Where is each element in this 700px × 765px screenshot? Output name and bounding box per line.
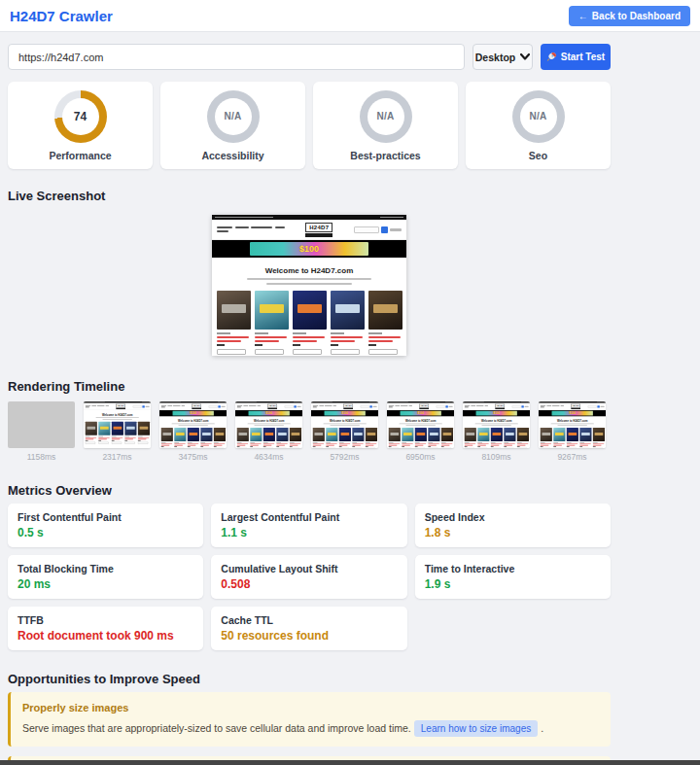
mini-logo: H24D7 bbox=[305, 223, 332, 237]
metric-label: Cumulative Layout Shift bbox=[221, 563, 397, 574]
mini-product-card bbox=[313, 428, 325, 448]
metric-label: First Contentful Paint bbox=[18, 511, 193, 523]
mini-category-line bbox=[331, 332, 344, 334]
mini-price-line bbox=[504, 446, 507, 447]
mini-logo: H24D7 bbox=[419, 404, 429, 409]
timeline-thumbnail: H24D7Welcome to H24D7.com bbox=[84, 401, 151, 448]
mini-logo-tagline bbox=[571, 407, 580, 408]
mini-book-cover bbox=[124, 422, 136, 435]
mini-language-select bbox=[525, 406, 529, 407]
mini-price-line bbox=[491, 446, 494, 447]
device-select[interactable]: Desktop bbox=[472, 44, 533, 70]
mini-book-cover bbox=[161, 428, 173, 441]
timeline-frame: H24D7$100Welcome to H24D7.com6950ms bbox=[387, 401, 454, 462]
mini-buy-button bbox=[368, 349, 398, 355]
timeline-frame: H24D7Welcome to H24D7.com2317ms bbox=[84, 401, 151, 462]
mini-cover-accent bbox=[163, 433, 172, 435]
mini-book-cover bbox=[352, 428, 364, 441]
mini-product-card bbox=[188, 428, 199, 448]
mini-book-cover bbox=[415, 428, 427, 441]
learn-more-button[interactable]: Learn how to size images bbox=[414, 720, 538, 737]
mini-webpage-preview: H24D7$100Welcome to H24D7.com bbox=[463, 401, 530, 448]
mini-language-select bbox=[222, 406, 226, 407]
mini-nav-row bbox=[541, 407, 564, 408]
opportunities-list: Properly size imagesServe images that ar… bbox=[8, 692, 611, 765]
mini-nav-menu bbox=[541, 405, 564, 407]
page-title: H24D7 Crawler bbox=[10, 8, 113, 24]
mini-book-cover bbox=[255, 291, 289, 330]
mini-product-card bbox=[428, 428, 439, 448]
mini-webpage-preview: H24D7Welcome to H24D7.com bbox=[84, 401, 151, 448]
timeline-frame: H24D7$100Welcome to H24D7.com9267ms bbox=[539, 401, 606, 462]
mini-title-line bbox=[217, 340, 241, 342]
score-ring: 74 bbox=[54, 90, 107, 143]
mini-cover-accent bbox=[391, 433, 400, 435]
mini-title-line bbox=[217, 336, 249, 338]
timeline-timestamp: 9267ms bbox=[539, 452, 606, 462]
mini-search-input bbox=[437, 405, 445, 407]
mini-price-line bbox=[138, 440, 141, 441]
mini-cover-accent bbox=[443, 433, 452, 435]
mini-subtitle-line bbox=[171, 424, 214, 425]
mini-logo-tagline bbox=[267, 407, 277, 408]
back-to-dashboard-button[interactable]: ← Back to Dashboard bbox=[569, 6, 690, 26]
mini-webpage-preview: H24D7$100Welcome to H24D7.com bbox=[212, 215, 406, 356]
mini-product-card bbox=[477, 428, 489, 448]
mini-topbar-text bbox=[464, 402, 484, 403]
mini-cover-accent bbox=[354, 433, 363, 435]
section-opportunities-heading: Opportunities to Improve Speed bbox=[8, 672, 611, 686]
timeline-thumbnail: H24D7$100Welcome to H24D7.com bbox=[235, 401, 302, 448]
mini-buy-button bbox=[124, 441, 134, 443]
mini-price-line bbox=[112, 440, 115, 441]
mini-buy-button bbox=[255, 349, 284, 355]
mini-search-input bbox=[588, 405, 597, 407]
mini-nav-menu bbox=[313, 405, 336, 407]
metric-card: Largest Contentful Paint1.1 s bbox=[211, 504, 406, 547]
mini-nav-menu bbox=[465, 405, 488, 407]
mini-search-icon bbox=[445, 405, 447, 407]
mini-book-cover bbox=[541, 428, 552, 441]
metric-label: Time to Interactive bbox=[425, 563, 601, 574]
mini-buy-button bbox=[217, 349, 246, 355]
mini-buy-button bbox=[293, 349, 322, 355]
score-ring: N/A bbox=[512, 90, 565, 143]
mini-book-cover bbox=[86, 422, 97, 435]
mini-topbar-links bbox=[369, 402, 377, 403]
opportunity-title: Properly size images bbox=[22, 702, 599, 713]
mini-price-line bbox=[276, 446, 279, 447]
mini-book-cover bbox=[517, 428, 529, 441]
mini-product-card bbox=[98, 422, 110, 444]
mini-ad-amount: $100 bbox=[299, 244, 319, 254]
mini-nav-link bbox=[237, 407, 241, 408]
mini-book-cover bbox=[326, 428, 337, 441]
timeline-timestamp: 1158ms bbox=[8, 452, 75, 462]
mini-cover-accent bbox=[190, 433, 198, 435]
mini-price-line bbox=[428, 446, 431, 447]
mini-logo-tagline bbox=[495, 407, 505, 408]
mini-product-card bbox=[352, 428, 364, 448]
mini-nav-link bbox=[251, 226, 272, 228]
back-button-label: Back to Dashboard bbox=[592, 11, 681, 21]
mini-price-line bbox=[541, 446, 543, 447]
mini-product-card bbox=[326, 428, 337, 448]
mini-search-icon bbox=[597, 405, 599, 407]
mini-price-line bbox=[263, 446, 266, 447]
mini-search-icon bbox=[369, 405, 371, 407]
timeline-frame: H24D7$100Welcome to H24D7.com8109ms bbox=[463, 401, 530, 462]
mini-banner-strip: $100 bbox=[387, 410, 454, 416]
mini-product-card bbox=[138, 422, 150, 444]
timeline-frame: H24D7$100Welcome to H24D7.com5792ms bbox=[311, 401, 378, 462]
mini-product-card bbox=[161, 428, 173, 448]
mini-logo: H24D7 bbox=[267, 404, 277, 409]
mini-cover-accent bbox=[100, 427, 109, 430]
opportunity-description-text: Serve images that are appropriately-size… bbox=[22, 722, 411, 734]
mini-subtitle-line bbox=[323, 424, 366, 425]
mini-search-input bbox=[133, 405, 142, 407]
mini-welcome-heading: Welcome to H24D7.com bbox=[311, 419, 378, 422]
mini-banner-strip: $100 bbox=[463, 410, 530, 416]
mini-price-line bbox=[98, 440, 101, 441]
mini-webpage-preview: H24D7$100Welcome to H24D7.com bbox=[159, 401, 227, 448]
mini-webpage-preview: H24D7$100Welcome to H24D7.com bbox=[235, 401, 302, 448]
url-input[interactable] bbox=[8, 44, 465, 70]
start-test-button[interactable]: Start Test bbox=[541, 44, 611, 70]
